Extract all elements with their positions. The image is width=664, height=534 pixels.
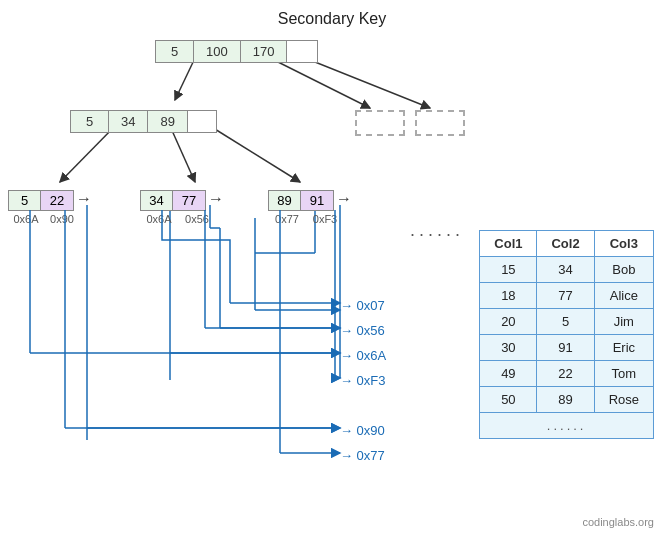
leaf3-purple-hex: 0xF3 [306,213,344,225]
row2-col1: 18 [480,283,537,309]
table-row: 49 22 Tom [480,361,654,387]
data-table: Col1 Col2 Col3 15 34 Bob 18 77 Alice 20 … [479,230,654,439]
leaf2-box: 34 77 [140,190,206,211]
row6-col2: 89 [537,387,594,413]
dashed-box-1 [355,110,405,136]
table-footer: ...... [480,413,654,439]
root-cell-4 [287,41,317,62]
leaf-node-2: 34 77 → 0x6A 0x56 [140,190,224,225]
l2-cell-1: 5 [71,111,109,132]
leaf1-arrow: → [76,190,92,211]
hex-pointer-0x56: → 0x56 [340,323,385,338]
leaf1-purple-val: 22 [41,191,73,210]
leaf-node-3: 89 91 → 0x77 0xF3 [268,190,352,225]
row4-col2: 91 [537,335,594,361]
diagram-dots: ...... [410,220,464,241]
row2-col3: Alice [594,283,653,309]
leaf3-green-hex: 0x77 [268,213,306,225]
table-footer-row: ...... [480,413,654,439]
l2-node: 5 34 89 [70,110,217,133]
row1-col3: Bob [594,257,653,283]
row4-col1: 30 [480,335,537,361]
row1-col2: 34 [537,257,594,283]
row5-col3: Tom [594,361,653,387]
leaf3-box: 89 91 [268,190,334,211]
leaf1-box: 5 22 [8,190,74,211]
table-row: 15 34 Bob [480,257,654,283]
col2-header: Col2 [537,231,594,257]
table-row: 30 91 Eric [480,335,654,361]
leaf1-green-val: 5 [9,191,41,210]
row6-col1: 50 [480,387,537,413]
leaf3-arrow: → [336,190,352,211]
leaf-node-1: 5 22 → 0x6A 0x90 [8,190,92,225]
leaf1-purple-hex: 0x90 [44,213,80,225]
leaf2-purple-val: 77 [173,191,205,210]
hex-pointer-0x77: → 0x77 [340,448,385,463]
leaf1-green-hex: 0x6A [8,213,44,225]
page-title: Secondary Key [0,0,664,28]
leaf2-purple-hex: 0x56 [178,213,216,225]
table-row: 50 89 Rose [480,387,654,413]
hex-pointer-0x90: → 0x90 [340,423,385,438]
root-node: 5 100 170 [155,40,318,63]
row3-col3: Jim [594,309,653,335]
row1-col1: 15 [480,257,537,283]
hex-pointer-0x07: → 0x07 [340,298,385,313]
hex-pointer-0x6A: → 0x6A [340,348,386,363]
table-row: 18 77 Alice [480,283,654,309]
row2-col2: 77 [537,283,594,309]
root-cell-1: 5 [156,41,194,62]
leaf2-arrow: → [208,190,224,211]
leaf3-purple-val: 91 [301,191,333,210]
watermark: codinglabs.org [582,516,654,528]
l2-cell-2: 34 [109,111,148,132]
row6-col3: Rose [594,387,653,413]
row5-col2: 22 [537,361,594,387]
l2-cell-4 [188,111,216,132]
table-row: 20 5 Jim [480,309,654,335]
col3-header: Col3 [594,231,653,257]
leaf3-green-val: 89 [269,191,301,210]
row3-col1: 20 [480,309,537,335]
dashed-box-2 [415,110,465,136]
row4-col3: Eric [594,335,653,361]
col1-header: Col1 [480,231,537,257]
leaf2-green-val: 34 [141,191,173,210]
row5-col1: 49 [480,361,537,387]
row3-col2: 5 [537,309,594,335]
root-cell-3: 170 [241,41,288,62]
l2-cell-3: 89 [148,111,187,132]
leaf2-green-hex: 0x6A [140,213,178,225]
hex-pointer-0xF3: → 0xF3 [340,373,386,388]
root-cell-2: 100 [194,41,241,62]
